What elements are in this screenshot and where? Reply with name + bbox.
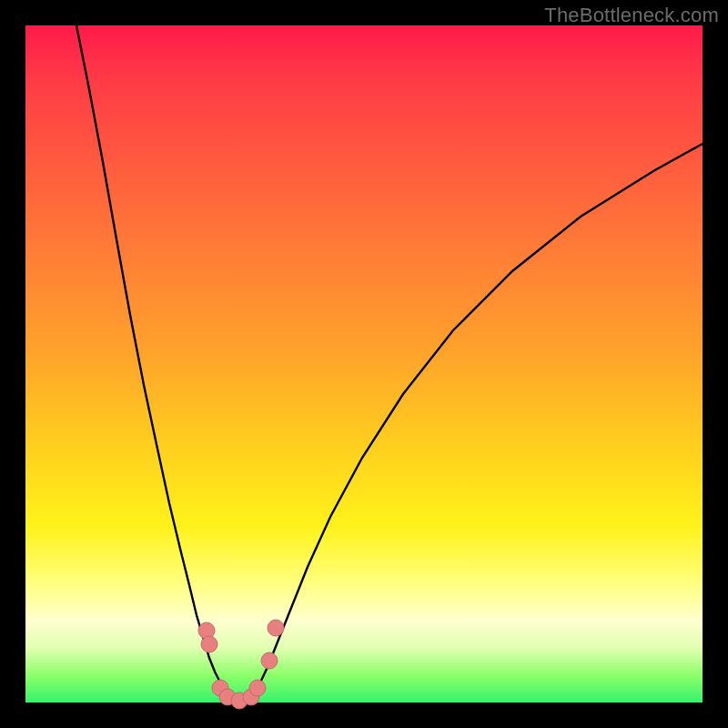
marker-dot [201,636,217,652]
curve-group [76,25,703,701]
curve-left-branch [76,25,226,692]
plot-area [25,25,703,703]
marker-dot [249,680,266,696]
outer-frame: TheBottleneck.com [0,0,728,728]
curve-svg [25,25,703,703]
watermark-text: TheBottleneck.com [544,4,719,27]
marker-dot [268,620,284,636]
marker-dot [261,652,278,669]
curve-right-branch [255,144,703,692]
